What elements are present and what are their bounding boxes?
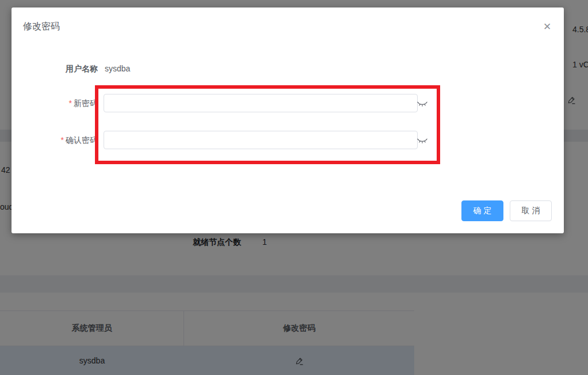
screen: 4.5.8 1 vCPU 42 oud 就绪节点个数 1 系统管理员 修改密码 … xyxy=(0,0,588,375)
dialog-title: 修改密码 xyxy=(23,21,60,33)
new-password-input[interactable] xyxy=(104,94,418,112)
cancel-button[interactable]: 取 消 xyxy=(510,200,552,221)
new-password-label-text: 新密码 xyxy=(74,99,98,108)
confirm-button[interactable]: 确 定 xyxy=(461,200,503,221)
confirm-password-label-text: 确认密码 xyxy=(66,135,98,145)
required-mark: * xyxy=(69,99,72,108)
required-mark: * xyxy=(61,135,64,145)
change-password-dialog: 修改密码 ✕ 用户名称 sysdba *新密码 *确认密码 xyxy=(12,7,564,233)
eye-closed-icon[interactable] xyxy=(417,135,427,146)
username-label: 用户名称 xyxy=(12,64,98,74)
confirm-password-label: *确认密码 xyxy=(12,131,98,149)
eye-closed-icon[interactable] xyxy=(417,99,427,109)
username-value: sysdba xyxy=(105,64,130,73)
close-icon[interactable]: ✕ xyxy=(540,20,554,33)
confirm-password-input[interactable] xyxy=(104,131,418,149)
new-password-label: *新密码 xyxy=(12,94,98,112)
